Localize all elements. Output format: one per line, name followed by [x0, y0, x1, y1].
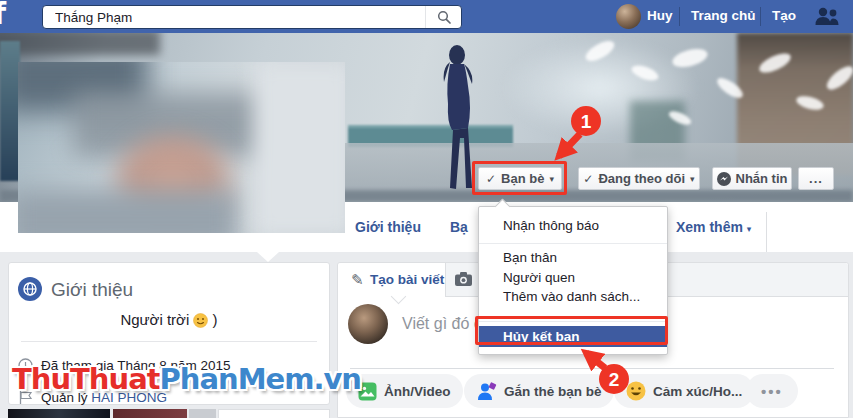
magnifier-icon: [437, 10, 451, 24]
blur-bottom-shade: [18, 190, 238, 233]
photo-video-button[interactable]: Ảnh/Video: [346, 374, 463, 408]
clock-icon: [18, 358, 33, 373]
more-dots-icon: •••: [761, 383, 783, 400]
bio-label: Người trời: [120, 311, 189, 328]
intro-divider: [21, 341, 317, 342]
facebook-logo[interactable]: f: [0, 0, 6, 31]
tag-friends-icon: [476, 382, 497, 401]
menu-divider: [479, 321, 667, 322]
managed-by: Quản lý HAI PHONG: [41, 390, 167, 405]
manage-location-link[interactable]: HAI PHONG: [91, 390, 167, 405]
cover-leaves-decor: [560, 33, 853, 153]
avatar[interactable]: [616, 4, 641, 29]
active-tab-notch: [257, 252, 279, 262]
chevron-down-icon: ▾: [690, 174, 695, 184]
photo-thumbnail[interactable]: [189, 409, 216, 418]
tag-friends-button[interactable]: Gắn thẻ bạn bè: [464, 374, 614, 408]
friends-button-label: Bạn bè: [501, 171, 544, 186]
feeling-activity-button[interactable]: Cảm xúc/Ho...: [614, 374, 754, 408]
nav-home-link[interactable]: Trang chủ: [691, 8, 756, 23]
check-icon: ✓: [486, 172, 496, 186]
tab-divider: [766, 212, 767, 252]
composer-more-button[interactable]: •••: [746, 374, 798, 408]
bio-text: Người trời ): [9, 311, 329, 328]
friends-dropdown-menu: Nhận thông báo Bạn thân Người quen Thêm …: [478, 206, 668, 355]
following-button-label: Đang theo dõi: [598, 171, 685, 186]
globe-icon: [18, 277, 42, 301]
joined-date: Đã tham gia Tháng 8 năm 2015: [41, 358, 231, 373]
photo-thumbnail[interactable]: [218, 409, 330, 418]
photo-thumbnail[interactable]: [113, 409, 187, 418]
intro-title: Giới thiệu: [51, 279, 133, 301]
tab-friends-partial[interactable]: Bạ: [450, 219, 468, 235]
smiley-icon: [626, 381, 646, 401]
menu-item-notifications[interactable]: Nhận thông báo: [479, 214, 667, 239]
tag-friends-label: Gắn thẻ bạn bè: [504, 384, 602, 399]
blur-right-light: [253, 62, 345, 233]
chevron-down-icon: ▾: [549, 174, 554, 184]
nav-profile-link[interactable]: Huy: [647, 8, 673, 23]
facebook-profile-page: Giới thiệu Bạ Xem thêm ▾ ✓ Bạn bè ▾ ✓ Đa…: [0, 0, 853, 418]
menu-item-add-to-list[interactable]: Thêm vào danh sách...: [479, 287, 667, 306]
following-button[interactable]: ✓ Đang theo dõi ▾: [578, 167, 700, 190]
friends-button[interactable]: ✓ Bạn bè ▾: [478, 167, 562, 190]
feeling-label: Cảm xúc/Ho...: [653, 384, 742, 399]
camera-icon[interactable]: [454, 271, 473, 287]
tab-create-post[interactable]: ✎ Tạo bài viết: [338, 263, 446, 297]
menu-item-acquaintances[interactable]: Người quen: [479, 268, 667, 287]
photo-video-icon: [358, 382, 377, 401]
nav-create-link[interactable]: Tạo: [772, 8, 796, 23]
tab-more[interactable]: Xem thêm ▾: [676, 219, 751, 235]
people-icon[interactable]: [814, 6, 840, 26]
composer-divider: [350, 368, 834, 369]
tab-more-label: Xem thêm: [676, 219, 743, 235]
nav-divider: [679, 7, 680, 26]
photo-video-label: Ảnh/Video: [384, 384, 451, 399]
more-dots-icon: ...: [809, 171, 823, 186]
cover-dark-top: [0, 33, 160, 55]
smiley-icon: [193, 313, 208, 328]
check-icon: ✓: [583, 172, 593, 186]
cover-left-edge: [0, 41, 20, 181]
search-input[interactable]: [43, 6, 425, 28]
top-navbar: f Huy Trang chủ Tạo: [0, 0, 853, 33]
photo-thumbnail[interactable]: [8, 409, 110, 418]
manage-prefix: Quản lý: [41, 390, 88, 405]
menu-item-close-friends[interactable]: Bạn thân: [479, 248, 667, 268]
blurred-profile-photo[interactable]: [18, 62, 345, 233]
menu-spacer: [479, 306, 667, 317]
tab-about[interactable]: Giới thiệu: [355, 219, 421, 235]
message-button[interactable]: Nhắn tin: [712, 167, 792, 190]
pencil-icon: ✎: [351, 271, 364, 289]
more-actions-button[interactable]: ...: [798, 167, 834, 190]
message-button-label: Nhắn tin: [736, 171, 788, 186]
intro-card: Giới thiệu Người trời ) Đã tham gia Thán…: [8, 262, 330, 405]
create-post-label: Tạo bài viết: [370, 272, 444, 287]
nav-divider: [760, 7, 761, 26]
chevron-down-icon: ▾: [747, 224, 752, 234]
menu-divider: [479, 243, 667, 244]
bio-suffix: ): [213, 311, 218, 328]
messenger-bolt-icon: [717, 172, 731, 186]
flag-icon: [18, 390, 34, 405]
search-button[interactable]: [425, 6, 461, 28]
avatar[interactable]: [348, 304, 388, 344]
search-box: [42, 5, 462, 29]
menu-item-unfriend[interactable]: Hủy kết bạn: [479, 326, 667, 347]
